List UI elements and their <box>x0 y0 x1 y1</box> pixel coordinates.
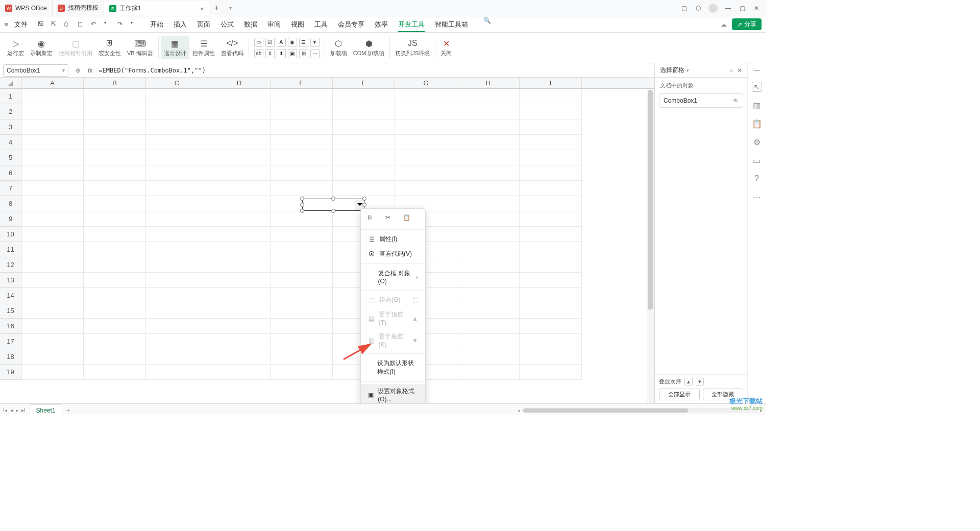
cell[interactable] <box>21 273 84 288</box>
row-header[interactable]: 2 <box>0 104 21 119</box>
cell[interactable] <box>208 181 271 196</box>
cell[interactable] <box>208 319 271 334</box>
col-header[interactable]: A <box>21 78 84 88</box>
cut-icon[interactable]: ✂ <box>385 214 395 223</box>
cell[interactable] <box>21 365 84 380</box>
resize-handle[interactable] <box>300 197 304 201</box>
cell[interactable] <box>271 135 333 150</box>
cell[interactable] <box>146 303 208 319</box>
cell[interactable] <box>208 273 271 288</box>
cell[interactable] <box>84 89 146 104</box>
cell[interactable] <box>520 165 582 181</box>
cell[interactable] <box>457 257 520 273</box>
order-down-icon[interactable]: ▾ <box>696 378 704 385</box>
chevron-down-icon[interactable]: ▾ <box>62 67 65 73</box>
order-up-icon[interactable]: ▴ <box>684 378 693 385</box>
cell[interactable] <box>208 119 271 135</box>
col-header[interactable]: G <box>395 78 457 88</box>
record-macro-button[interactable]: ◉录制新宏 <box>27 36 56 59</box>
cell[interactable] <box>271 211 333 227</box>
row-header[interactable]: 5 <box>0 150 21 165</box>
cell[interactable] <box>84 181 146 196</box>
maximize-icon[interactable]: ▢ <box>738 4 746 12</box>
cell[interactable] <box>146 104 208 119</box>
cell[interactable] <box>457 365 520 380</box>
eye-icon[interactable]: 👁 <box>732 97 739 104</box>
control-label-icon[interactable]: A <box>277 38 286 47</box>
cell[interactable] <box>271 150 333 165</box>
cell[interactable] <box>520 319 582 334</box>
col-header[interactable]: D <box>208 78 271 88</box>
copy-icon[interactable]: ⎘ <box>368 214 377 223</box>
save-icon[interactable]: 🖫 <box>38 20 46 29</box>
cell[interactable] <box>333 165 395 181</box>
run-macro-button[interactable]: ▷运行宏 <box>4 36 27 59</box>
cell[interactable] <box>208 365 271 380</box>
cell[interactable] <box>208 211 271 227</box>
cell[interactable] <box>457 211 520 227</box>
cell[interactable] <box>457 288 520 303</box>
cell[interactable] <box>271 334 333 349</box>
cell[interactable] <box>271 242 333 257</box>
addin-button[interactable]: ⬡加载项 <box>327 36 350 59</box>
tab-workbook[interactable]: S 工作簿1 ● <box>104 1 209 15</box>
panel-icon[interactable]: ▢ <box>680 4 688 12</box>
cell[interactable] <box>146 242 208 257</box>
cm-format-object[interactable]: ▣设置对象格式(O)... <box>361 384 425 403</box>
undo-dropdown-icon[interactable]: ▾ <box>104 20 112 29</box>
cube-icon[interactable]: ⬡ <box>694 4 702 12</box>
cell[interactable] <box>271 181 333 196</box>
cell[interactable] <box>520 242 582 257</box>
cell[interactable] <box>457 273 520 288</box>
cell[interactable] <box>84 104 146 119</box>
undo-icon[interactable]: ↶ <box>91 20 99 29</box>
cell[interactable] <box>395 165 457 181</box>
menutab-formula[interactable]: 公式 <box>220 17 234 32</box>
cell[interactable] <box>457 104 520 119</box>
layout-icon[interactable]: ▥ <box>752 100 762 110</box>
cell[interactable] <box>520 227 582 242</box>
cell[interactable] <box>208 288 271 303</box>
cell[interactable] <box>84 334 146 349</box>
cell[interactable] <box>271 119 333 135</box>
cell[interactable] <box>84 273 146 288</box>
menutab-tools[interactable]: 工具 <box>314 17 328 32</box>
cell[interactable] <box>208 349 271 365</box>
formula-input[interactable]: =EMBED("Forms.ComboBox.1","") <box>95 67 654 74</box>
cell[interactable] <box>146 319 208 334</box>
collapse-strip-icon[interactable]: — <box>747 63 766 78</box>
row-header[interactable]: 17 <box>0 334 21 349</box>
cell[interactable] <box>208 135 271 150</box>
menutab-insert[interactable]: 插入 <box>174 17 187 32</box>
cell[interactable] <box>520 104 582 119</box>
cell[interactable] <box>84 242 146 257</box>
cell[interactable] <box>208 89 271 104</box>
cell[interactable] <box>395 150 457 165</box>
sheet-tab[interactable]: Sheet1 <box>30 404 62 415</box>
zoom-cell-icon[interactable]: ⊕ <box>76 67 81 74</box>
resize-handle[interactable] <box>362 203 366 207</box>
vb-editor-button[interactable]: ⌨VB 编辑器 <box>124 36 156 59</box>
cell[interactable] <box>84 135 146 150</box>
cursor-tool-icon[interactable]: ↖ <box>752 82 762 92</box>
help-icon[interactable]: ? <box>752 174 762 184</box>
namebox[interactable]: ComboBox1 ▾ <box>3 64 68 77</box>
prev-sheet-icon[interactable]: ◂ <box>10 407 13 413</box>
cell[interactable] <box>520 150 582 165</box>
cell[interactable] <box>208 104 271 119</box>
row-header[interactable]: 12 <box>0 257 21 273</box>
cell[interactable] <box>84 150 146 165</box>
cell[interactable] <box>208 242 271 257</box>
cell[interactable] <box>395 89 457 104</box>
cell[interactable] <box>84 165 146 181</box>
add-sheet-button[interactable]: + <box>62 406 75 415</box>
cell[interactable] <box>457 227 520 242</box>
vertical-scrollbar[interactable] <box>647 89 654 403</box>
redo-icon[interactable]: ↷ <box>117 20 126 29</box>
avatar-icon[interactable] <box>708 4 718 13</box>
first-sheet-icon[interactable]: I◂ <box>3 407 7 413</box>
cell[interactable] <box>395 181 457 196</box>
cell[interactable] <box>21 181 84 196</box>
cm-properties[interactable]: ☰属性(I) <box>361 232 425 247</box>
print-icon[interactable]: ⎙ <box>64 20 72 29</box>
